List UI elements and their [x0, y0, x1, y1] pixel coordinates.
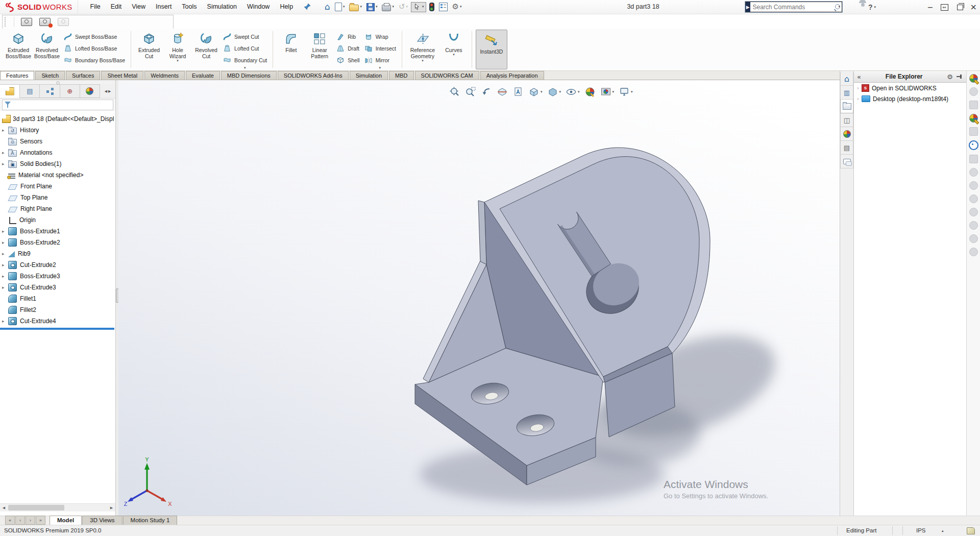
home-button[interactable]: ⌂	[323, 2, 332, 12]
tab-weldments[interactable]: Weldments	[144, 71, 185, 80]
file-explorer-item[interactable]: › Desktop (desktop-nm189t4)	[854, 93, 966, 104]
reference-geometry-button[interactable]: Reference Geometry▾	[406, 29, 439, 70]
dimxpert-manager-tab[interactable]: ⊕	[60, 84, 80, 98]
tab-solidworks-add-ins[interactable]: SOLIDWORKS Add-Ins	[278, 71, 349, 80]
rebuild-button[interactable]	[428, 2, 436, 12]
tree-item[interactable]: ▸Annotations	[0, 147, 115, 158]
save-button[interactable]: ▾	[365, 2, 379, 12]
undo-button[interactable]: ↺▾	[397, 2, 409, 12]
print-button[interactable]: ▾	[380, 2, 396, 12]
prev-tab-button[interactable]: ‹	[15, 516, 25, 525]
tab-surfaces[interactable]: Surfaces	[66, 71, 100, 80]
lofted-boss-button[interactable]: Lofted Boss/Base	[63, 44, 125, 53]
panel-tab-scroll-left[interactable]: ◀	[105, 89, 107, 93]
scrollbar-thumb[interactable]	[8, 505, 64, 510]
display-manager-tab[interactable]	[80, 84, 100, 98]
last-tab-button[interactable]: »	[36, 516, 45, 525]
hide-show-items-button[interactable]: ▾	[566, 86, 580, 98]
expand-arrow-icon[interactable]: ▸	[2, 274, 8, 279]
tree-root-item[interactable]: 3d part3 18 (Default<<Default>_Displ	[0, 113, 115, 125]
expand-arrow-icon[interactable]: ▸	[2, 240, 8, 245]
previous-view-button[interactable]	[481, 86, 492, 98]
rollback-bar[interactable]	[0, 328, 114, 330]
swept-boss-button[interactable]: Swept Boss/Base	[63, 32, 125, 41]
custom-properties-tab[interactable]: ▤	[840, 141, 853, 155]
tree-item[interactable]: Material <not specified>	[0, 169, 115, 181]
menu-simulation[interactable]: Simulation	[202, 0, 242, 14]
wrap-button[interactable]: Wrap	[364, 32, 396, 41]
screen-capture-icon[interactable]	[21, 18, 32, 26]
appearance-library-icon[interactable]	[969, 114, 978, 123]
panel-tab-scroll-right[interactable]: ▶	[108, 89, 111, 93]
new-document-button[interactable]: ▾	[333, 2, 347, 12]
collapse-panel-button[interactable]: «	[857, 73, 861, 81]
panel-grip-handle[interactable]	[0, 80, 115, 84]
shell-button[interactable]: Shell	[336, 56, 359, 65]
menu-insert[interactable]: Insert	[151, 0, 177, 14]
expand-arrow-icon[interactable]: ▸	[2, 128, 8, 133]
draft-button[interactable]: Draft	[336, 44, 359, 53]
expand-arrow-icon[interactable]: ▸	[2, 161, 8, 166]
tab-evaluate[interactable]: Evaluate	[186, 71, 220, 80]
scroll-left-button[interactable]: ◀	[0, 504, 8, 511]
boundary-cut-button[interactable]: Boundary Cut	[223, 56, 267, 65]
revolved-boss-button[interactable]: Revolved Boss/Base	[33, 29, 61, 70]
expand-arrow-icon[interactable]: ▸	[2, 150, 8, 155]
tree-item[interactable]: ▸Cut-Extrude4	[0, 315, 115, 327]
tree-item[interactable]: ▸Cut-Extrude3	[0, 282, 115, 293]
featuremanager-design-tree-tab[interactable]	[0, 84, 20, 98]
zoom-to-fit-button[interactable]	[449, 86, 460, 98]
expand-arrow-icon[interactable]: ▸	[2, 251, 8, 256]
menu-tools[interactable]: Tools	[177, 0, 202, 14]
search-commands-box[interactable]: ▶ ▾	[745, 2, 842, 12]
expand-arrow-icon[interactable]: ▸	[2, 319, 8, 324]
tab-solidworks-cam[interactable]: SOLIDWORKS CAM	[415, 71, 479, 80]
extruded-boss-button[interactable]: Extruded Boss/Base	[4, 29, 33, 70]
file-explorer-item[interactable]: › S Open in SOLIDWORKS	[854, 83, 966, 93]
section-view-button[interactable]	[497, 86, 508, 98]
next-tab-button[interactable]: ›	[26, 516, 35, 525]
units-selector[interactable]: IPS	[916, 527, 926, 533]
display-style-button[interactable]: ▾	[547, 86, 561, 98]
tree-item[interactable]: ▸Boss-Extrude3	[0, 271, 115, 282]
tree-item[interactable]: Sensors	[0, 136, 115, 147]
tree-filter-input[interactable]	[2, 100, 113, 110]
pin-menu-icon[interactable]	[303, 3, 311, 11]
tree-item[interactable]: ▸Rib9	[0, 248, 115, 259]
design-library-tab[interactable]: ▥	[840, 86, 853, 100]
extruded-cut-button[interactable]: Extruded Cut	[135, 29, 163, 70]
tab-mbd[interactable]: MBD	[389, 71, 413, 80]
tree-item[interactable]: Front Plane	[0, 181, 115, 192]
toolbar-drag-handle[interactable]	[5, 17, 8, 27]
view-settings-button[interactable]: ▾	[619, 86, 633, 98]
panel-options-gear-icon[interactable]: ⚙	[947, 73, 953, 81]
first-tab-button[interactable]: «	[5, 516, 15, 525]
mirror-button[interactable]: Mirror	[364, 56, 396, 65]
target-icon[interactable]	[969, 140, 978, 150]
units-dropdown-caret[interactable]: ▴	[942, 529, 944, 533]
lofted-cut-button[interactable]: Lofted Cut	[223, 44, 267, 53]
tree-item[interactable]: Right Plane	[0, 203, 115, 214]
record-video-icon[interactable]	[39, 18, 51, 26]
property-manager-tab[interactable]: ▤	[20, 84, 40, 98]
search-icon[interactable]	[835, 4, 838, 11]
zoom-to-area-button[interactable]	[465, 86, 476, 98]
menu-window[interactable]: Window	[242, 0, 275, 14]
intersect-button[interactable]: Intersect	[364, 44, 396, 53]
model-tab[interactable]: Model	[50, 516, 82, 525]
3d-model-canvas[interactable]	[118, 80, 840, 516]
minimize-button[interactable]: −	[927, 4, 934, 11]
edit-appearance-button[interactable]	[584, 86, 596, 98]
view-palette-tab[interactable]: ◫	[840, 113, 853, 127]
expand-arrow-icon[interactable]: ▸	[2, 229, 8, 234]
file-explorer-tab[interactable]	[840, 100, 853, 113]
menu-view[interactable]: View	[127, 0, 151, 14]
revolved-cut-button[interactable]: Revolved Cut	[192, 29, 220, 70]
swept-cut-button[interactable]: Swept Cut	[223, 32, 267, 41]
menu-help[interactable]: Help	[275, 0, 298, 14]
tag-icon[interactable]	[967, 527, 975, 534]
solidworks-resources-tab[interactable]: ⌂	[840, 72, 853, 86]
instant3d-button[interactable]: Instant3D	[476, 30, 507, 69]
tree-horizontal-scrollbar[interactable]: ◀ ▶	[0, 503, 115, 511]
boundary-boss-button[interactable]: Boundary Boss/Base	[63, 56, 125, 65]
